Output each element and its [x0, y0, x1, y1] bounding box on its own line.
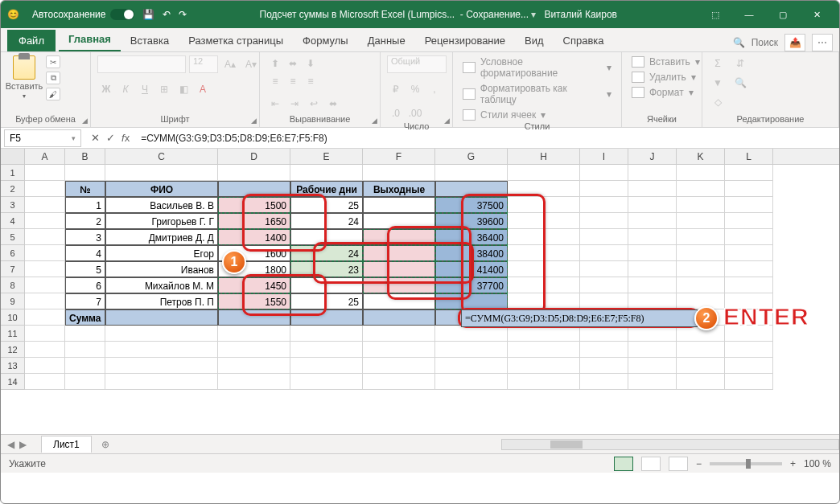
cell[interactable]: [363, 342, 435, 358]
view-pagelayout-icon[interactable]: [641, 457, 661, 471]
cell[interactable]: 7: [65, 293, 105, 309]
column-header[interactable]: L: [725, 149, 773, 164]
cell[interactable]: [25, 245, 65, 261]
cell[interactable]: [218, 374, 290, 390]
format-as-table[interactable]: Форматировать как таблицу ▾: [459, 82, 615, 106]
merge-icon[interactable]: ⬌: [324, 96, 342, 112]
zoom-in-icon[interactable]: +: [790, 458, 796, 469]
cell[interactable]: [628, 293, 677, 309]
cell[interactable]: [628, 277, 677, 293]
cell[interactable]: [508, 213, 580, 229]
cell[interactable]: [435, 374, 508, 390]
clear-icon[interactable]: ◇: [709, 94, 727, 110]
row-header[interactable]: 1: [1, 165, 25, 181]
column-header[interactable]: A: [25, 149, 65, 164]
cell[interactable]: [677, 277, 725, 293]
fill-down-icon[interactable]: ▼: [709, 75, 727, 91]
close-icon[interactable]: ✕: [801, 4, 833, 25]
tab-insert[interactable]: Вставка: [121, 30, 179, 51]
sheet-next-icon[interactable]: ▶: [19, 439, 27, 450]
underline-icon[interactable]: Ч: [136, 81, 154, 97]
cut-icon[interactable]: ✂: [46, 55, 60, 68]
cell[interactable]: 25: [290, 197, 363, 213]
cell[interactable]: [677, 213, 725, 229]
cell[interactable]: [105, 374, 218, 390]
cell[interactable]: [725, 181, 773, 197]
cell[interactable]: [508, 165, 580, 181]
cell[interactable]: [290, 374, 363, 390]
column-header[interactable]: K: [677, 149, 725, 164]
delete-cells[interactable]: Удалить ▾: [628, 71, 699, 84]
cell[interactable]: [725, 277, 773, 293]
comments-button[interactable]: ⋯: [812, 34, 833, 51]
cell[interactable]: Григорьев Г. Г: [105, 213, 218, 229]
cell[interactable]: [363, 165, 435, 181]
cell[interactable]: [105, 358, 218, 374]
insert-cells[interactable]: Вставить ▾: [628, 55, 703, 68]
number-format[interactable]: Общий: [387, 55, 447, 73]
number-dialog-icon[interactable]: ◢: [444, 117, 450, 125]
cell[interactable]: [65, 374, 105, 390]
cell[interactable]: [725, 165, 773, 181]
cell[interactable]: [628, 245, 677, 261]
view-normal-icon[interactable]: [614, 457, 633, 471]
fill-icon[interactable]: ◧: [175, 81, 192, 97]
maximize-icon[interactable]: ▢: [767, 4, 799, 25]
name-box[interactable]: F5▾: [4, 129, 81, 147]
row-header[interactable]: 11: [1, 326, 25, 342]
cell[interactable]: [25, 165, 65, 181]
cell[interactable]: [580, 213, 628, 229]
cell[interactable]: [508, 293, 580, 309]
cell[interactable]: [580, 358, 628, 374]
zoom-out-icon[interactable]: −: [696, 458, 702, 469]
cell[interactable]: Егор: [105, 245, 218, 261]
cell[interactable]: 37500: [435, 197, 508, 213]
wrap-icon[interactable]: ↩: [305, 96, 323, 112]
cell[interactable]: [363, 229, 435, 245]
cell[interactable]: [628, 213, 677, 229]
cell[interactable]: [65, 358, 105, 374]
tab-data[interactable]: Данные: [358, 30, 415, 51]
copy-icon[interactable]: ⧉: [46, 72, 60, 84]
conditional-formatting[interactable]: Условное форматирование ▾: [459, 55, 615, 80]
cell[interactable]: ФИО: [105, 181, 218, 197]
cell[interactable]: [725, 342, 773, 358]
search-icon[interactable]: 🔍: [733, 37, 745, 48]
clipboard-dialog-icon[interactable]: ◢: [82, 117, 88, 125]
cell[interactable]: [218, 342, 290, 358]
column-header[interactable]: I: [580, 149, 628, 164]
column-header[interactable]: G: [435, 149, 508, 164]
cell[interactable]: [65, 342, 105, 358]
indent-inc-icon[interactable]: ⇥: [286, 96, 303, 112]
cell[interactable]: [628, 342, 677, 358]
cell[interactable]: [363, 277, 435, 293]
cell[interactable]: 1450: [218, 277, 290, 293]
bold-icon[interactable]: Ж: [97, 81, 115, 97]
row-header[interactable]: 2: [1, 181, 25, 197]
cell[interactable]: [25, 197, 65, 213]
cell[interactable]: [725, 197, 773, 213]
cell[interactable]: [508, 229, 580, 245]
cell[interactable]: [218, 358, 290, 374]
font-color-icon[interactable]: A: [194, 81, 212, 97]
paste-button[interactable]: Вставить ▾: [7, 55, 41, 100]
cell[interactable]: [628, 261, 677, 277]
font-size[interactable]: 12: [189, 55, 218, 73]
decrease-font-icon[interactable]: A▾: [242, 56, 260, 72]
cell[interactable]: 4: [65, 245, 105, 261]
cell[interactable]: [628, 229, 677, 245]
cell[interactable]: [580, 165, 628, 181]
row-header[interactable]: 5: [1, 229, 25, 245]
row-header[interactable]: 7: [1, 261, 25, 277]
cell[interactable]: 1500: [218, 197, 290, 213]
cell[interactable]: [435, 342, 508, 358]
cell[interactable]: 37700: [435, 277, 508, 293]
cell[interactable]: [628, 197, 677, 213]
row-header[interactable]: 13: [1, 358, 25, 374]
cell[interactable]: [435, 165, 508, 181]
column-header[interactable]: E: [290, 149, 363, 164]
cell[interactable]: [25, 358, 65, 374]
cell[interactable]: 25: [290, 293, 363, 309]
cell[interactable]: [725, 358, 773, 374]
cell[interactable]: [435, 293, 508, 309]
